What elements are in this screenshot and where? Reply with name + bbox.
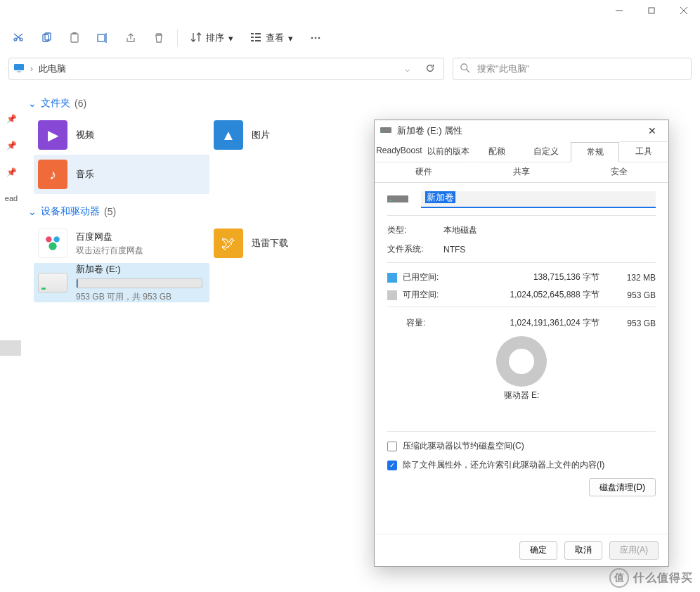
cut-button[interactable] (6, 25, 31, 51)
svg-rect-19 (14, 64, 24, 70)
used-label: 已用空间: (403, 271, 445, 283)
tab-sharing[interactable]: 共享 (472, 162, 570, 182)
drive-letter-label: 驱动器 E: (387, 390, 656, 401)
refresh-button[interactable] (421, 63, 439, 75)
chevron-right-icon: › (30, 64, 33, 74)
tab-tools[interactable]: 工具 (619, 141, 668, 162)
filesystem-value: NTFS (443, 245, 465, 255)
index-checkbox[interactable]: ✓ (387, 461, 397, 470)
svg-rect-13 (255, 33, 261, 34)
folder-music[interactable]: ♪ 音乐 (34, 155, 209, 194)
folder-videos[interactable]: ▶ 视频 (34, 115, 209, 155)
pin-icon[interactable]: 📌 (6, 167, 17, 177)
free-bytes: 1,024,052,645,888 字节 (445, 289, 612, 301)
tab-customize[interactable]: 自定义 (521, 141, 571, 162)
svg-point-25 (48, 243, 56, 250)
share-button[interactable] (118, 25, 143, 51)
item-label: 音乐 (76, 168, 94, 181)
item-label: 迅雷下载 (252, 237, 288, 250)
folders-group-header[interactable]: ⌄ 文件夹 (6) (22, 94, 700, 112)
type-value: 本地磁盘 (443, 224, 477, 236)
view-label: 查看 (266, 32, 284, 44)
view-button[interactable]: 查看 ▾ (243, 25, 300, 51)
svg-point-16 (311, 37, 313, 39)
compress-checkbox[interactable] (387, 442, 397, 451)
group-title: 设备和驱动器 (41, 205, 100, 218)
app-baidu-netdisk[interactable]: 百度网盘 双击运行百度网盘 (34, 224, 209, 263)
usage-bar (76, 278, 202, 288)
history-dropdown-icon[interactable]: ⌵ (399, 64, 415, 74)
svg-rect-15 (255, 40, 261, 41)
address-bar[interactable]: › 此电脑 ⌵ (8, 58, 444, 80)
dialog-titlebar[interactable]: 新加卷 (E:) 属性 ✕ (375, 120, 668, 141)
chevron-down-icon: ⌄ (28, 98, 37, 109)
tab-quota[interactable]: 配额 (472, 141, 521, 162)
free-human: 953 GB (612, 290, 656, 300)
tab-hardware[interactable]: 硬件 (375, 162, 472, 182)
minimize-button[interactable] (603, 0, 635, 21)
maximize-button[interactable] (635, 0, 668, 21)
drive-icon (387, 193, 408, 207)
app-xunlei[interactable]: 🕊 迅雷下载 (209, 224, 385, 263)
copy-button[interactable] (34, 25, 59, 51)
search-box[interactable]: 搜索"此电脑" (453, 58, 692, 80)
tab-general[interactable]: 常规 (571, 142, 620, 162)
svg-rect-6 (71, 34, 78, 42)
drive-icon (38, 273, 67, 292)
svg-point-18 (318, 37, 320, 39)
svg-rect-1 (649, 8, 654, 13)
item-label: 视频 (76, 129, 94, 141)
free-swatch (387, 290, 397, 300)
quick-access-rail: 📌 📌 📌 ead (0, 89, 22, 311)
ok-button[interactable]: 确定 (519, 541, 557, 560)
view-icon (250, 32, 261, 45)
delete-button[interactable] (146, 25, 171, 51)
capacity-bytes: 1,024,191,361,024 字节 (445, 317, 612, 329)
toolbar: 排序 ▾ 查看 ▾ (0, 21, 700, 55)
tab-security[interactable]: 安全 (571, 162, 668, 182)
svg-point-21 (461, 63, 467, 70)
dialog-footer: 确定 取消 应用(A) (375, 534, 668, 566)
close-button[interactable] (668, 0, 700, 21)
svg-point-17 (315, 37, 317, 39)
watermark-icon: 值 (609, 568, 629, 588)
window-titlebar (0, 0, 700, 21)
watermark: 值 什么值得买 (609, 568, 693, 588)
group-count: (6) (74, 98, 86, 109)
used-human: 132 MB (612, 273, 656, 283)
capacity-label: 容量: (387, 317, 445, 329)
breadcrumb[interactable]: 此电脑 (39, 63, 66, 75)
filesystem-label: 文件系统: (387, 243, 431, 255)
disk-cleanup-button[interactable]: 磁盘清理(D) (589, 478, 656, 496)
cancel-button[interactable]: 取消 (564, 541, 602, 560)
svg-rect-7 (72, 32, 77, 34)
address-row: › 此电脑 ⌵ 搜索"此电脑" (0, 55, 700, 89)
pin-icon[interactable]: 📌 (6, 114, 17, 124)
volume-name-input[interactable]: 新加卷 (421, 191, 656, 208)
dialog-close-button[interactable]: ✕ (642, 125, 663, 136)
volume-name-value: 新加卷 (425, 191, 455, 203)
search-icon (460, 63, 470, 75)
pc-icon (13, 63, 25, 76)
separator (177, 30, 178, 46)
svg-point-23 (46, 236, 51, 242)
tab-readyboost[interactable]: ReadyBoost (375, 141, 424, 162)
sort-button[interactable]: 排序 ▾ (183, 25, 240, 51)
index-label: 除了文件属性外，还允许索引此驱动器上文件的内容(I) (403, 459, 604, 471)
drive-e[interactable]: 新加卷 (E:) 953 GB 可用，共 953 GB (34, 263, 209, 302)
rename-button[interactable] (90, 25, 115, 51)
used-bytes: 138,715,136 字节 (445, 271, 612, 283)
apply-button[interactable]: 应用(A) (609, 541, 659, 560)
paste-button[interactable] (62, 25, 87, 51)
video-icon: ▶ (38, 120, 67, 150)
folder-pictures[interactable]: ▲ 图片 (209, 115, 385, 155)
tab-previous-versions[interactable]: 以前的版本 (424, 141, 473, 162)
pin-icon[interactable]: 📌 (6, 141, 17, 150)
more-button[interactable] (303, 25, 328, 51)
search-placeholder: 搜索"此电脑" (477, 63, 529, 75)
chevron-down-icon: ▾ (228, 33, 233, 44)
svg-point-24 (53, 236, 59, 242)
svg-rect-11 (251, 37, 254, 38)
svg-rect-29 (389, 200, 391, 201)
music-icon: ♪ (38, 160, 67, 189)
